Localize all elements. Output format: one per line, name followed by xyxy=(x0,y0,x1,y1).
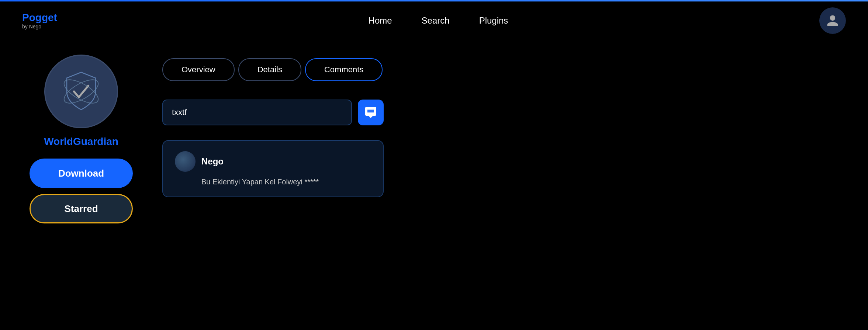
comment-input-row xyxy=(162,100,384,125)
tab-overview[interactable]: Overview xyxy=(162,58,235,81)
nav-search[interactable]: Search xyxy=(422,15,450,26)
commenter-avatar xyxy=(175,151,196,172)
comment-text: Bu Eklentiyi Yapan Kel Folweyi ***** xyxy=(201,178,371,186)
tab-details[interactable]: Details xyxy=(238,58,301,81)
nav-plugins[interactable]: Plugins xyxy=(479,15,508,26)
commenter-name: Nego xyxy=(201,156,224,167)
user-profile-button[interactable] xyxy=(819,7,846,34)
user-icon xyxy=(826,14,839,27)
right-content: Overview Details Comments Nego Bu Ekle xyxy=(162,55,846,223)
navbar: Pogget by Nego Home Search Plugins xyxy=(0,1,868,40)
tab-comments[interactable]: Comments xyxy=(305,58,383,81)
download-button[interactable]: Download xyxy=(30,159,133,188)
nav-links: Home Search Plugins xyxy=(369,15,508,26)
commenter-avatar-image xyxy=(175,151,196,172)
send-icon xyxy=(364,106,377,119)
tabs: Overview Details Comments xyxy=(162,58,846,81)
comment-send-button[interactable] xyxy=(358,100,384,125)
left-sidebar: WorldGuardian Download Starred xyxy=(22,55,140,223)
plugin-avatar xyxy=(44,55,118,128)
brand-title: Pogget xyxy=(22,11,57,24)
brand: Pogget by Nego xyxy=(22,11,57,30)
starred-button[interactable]: Starred xyxy=(30,194,133,223)
worldguardian-icon xyxy=(57,67,105,115)
plugin-avatar-inner xyxy=(45,56,117,127)
comment-input[interactable] xyxy=(162,100,352,125)
main-content: WorldGuardian Download Starred Overview … xyxy=(0,40,868,238)
plugin-name: WorldGuardian xyxy=(44,136,118,147)
comment-header: Nego xyxy=(175,151,371,172)
nav-home[interactable]: Home xyxy=(369,15,392,26)
comment-card: Nego Bu Eklentiyi Yapan Kel Folweyi ****… xyxy=(162,140,384,197)
brand-subtitle: by Nego xyxy=(22,24,57,30)
